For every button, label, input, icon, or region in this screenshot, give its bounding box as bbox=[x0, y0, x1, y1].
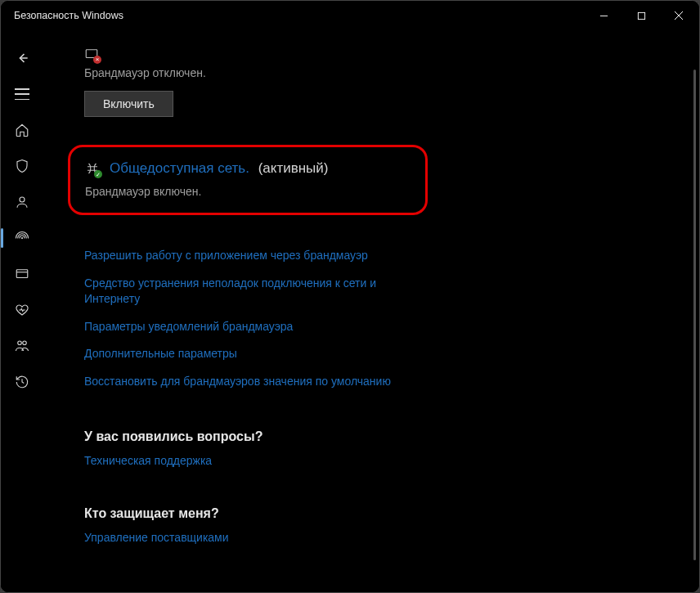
heart-health-icon bbox=[15, 303, 29, 317]
history-icon bbox=[15, 375, 29, 389]
back-button[interactable] bbox=[1, 40, 43, 76]
enable-firewall-button[interactable]: Включить bbox=[84, 91, 173, 117]
hamburger-icon bbox=[15, 88, 29, 100]
minimize-button[interactable] bbox=[585, 1, 622, 30]
sidebar bbox=[1, 30, 43, 592]
private-network-icon bbox=[84, 47, 99, 61]
firewall-icon bbox=[15, 231, 29, 245]
sidebar-item-device-health[interactable] bbox=[1, 292, 43, 328]
questions-heading: У вас появились вопросы? bbox=[84, 429, 542, 444]
questions-section: У вас появились вопросы? Техническая под… bbox=[84, 429, 542, 467]
status-badge-error-icon bbox=[93, 56, 101, 64]
public-network-active-label: (активный) bbox=[258, 160, 329, 176]
link-allow-app[interactable]: Разрешить работу с приложением через бра… bbox=[84, 248, 428, 264]
sidebar-item-firewall[interactable] bbox=[1, 220, 43, 256]
public-network-link[interactable]: Общедоступная сеть. bbox=[110, 160, 249, 176]
sidebar-item-account[interactable] bbox=[1, 184, 43, 220]
svg-point-10 bbox=[23, 341, 27, 345]
svg-point-5 bbox=[20, 197, 25, 202]
maximize-button[interactable] bbox=[622, 1, 660, 30]
main-content: Брандмауэр отключен. Включить Общедоступ… bbox=[43, 30, 699, 592]
svg-rect-7 bbox=[16, 270, 28, 278]
window-controls bbox=[585, 1, 698, 30]
private-network-block: Брандмауэр отключен. Включить bbox=[84, 47, 542, 117]
link-notifications[interactable]: Параметры уведомлений брандмауэра bbox=[84, 319, 428, 335]
status-badge-ok-icon bbox=[94, 170, 102, 178]
close-button[interactable] bbox=[660, 1, 698, 30]
link-troubleshoot[interactable]: Средство устранения неполадок подключени… bbox=[84, 276, 428, 308]
title-bar: Безопасность Windows bbox=[1, 1, 699, 30]
sidebar-item-app-browser[interactable] bbox=[1, 256, 43, 292]
link-restore-defaults[interactable]: Восстановить для брандмауэров значения п… bbox=[84, 374, 428, 390]
svg-point-9 bbox=[18, 341, 22, 345]
link-support[interactable]: Техническая поддержка bbox=[84, 454, 542, 467]
sidebar-item-family[interactable] bbox=[1, 328, 43, 364]
link-manage-providers[interactable]: Управление поставщиками bbox=[84, 531, 542, 544]
scrollbar[interactable] bbox=[693, 70, 696, 560]
sidebar-item-home[interactable] bbox=[1, 112, 43, 148]
public-network-icon bbox=[85, 161, 100, 176]
shield-icon bbox=[15, 159, 29, 173]
public-network-highlight: Общедоступная сеть. (активный) Брандмауэ… bbox=[68, 145, 428, 215]
protection-section: Кто защищает меня? Управление поставщика… bbox=[84, 506, 542, 544]
home-icon bbox=[15, 123, 29, 137]
svg-rect-1 bbox=[638, 12, 644, 19]
account-icon bbox=[15, 195, 29, 209]
sidebar-item-history[interactable] bbox=[1, 364, 43, 400]
sidebar-item-protection[interactable] bbox=[1, 148, 43, 184]
app-browser-icon bbox=[15, 267, 29, 281]
private-network-status: Брандмауэр отключен. bbox=[84, 66, 542, 79]
family-icon bbox=[15, 339, 29, 353]
svg-point-6 bbox=[21, 237, 23, 239]
public-network-title: Общедоступная сеть. (активный) bbox=[110, 160, 328, 177]
public-network-status: Брандмауэр включен. bbox=[85, 185, 411, 198]
menu-button[interactable] bbox=[1, 76, 43, 112]
window-title: Безопасность Windows bbox=[14, 10, 585, 21]
firewall-links: Разрешить работу с приложением через бра… bbox=[84, 248, 542, 390]
protection-heading: Кто защищает меня? bbox=[84, 506, 542, 521]
link-advanced[interactable]: Дополнительные параметры bbox=[84, 346, 428, 362]
